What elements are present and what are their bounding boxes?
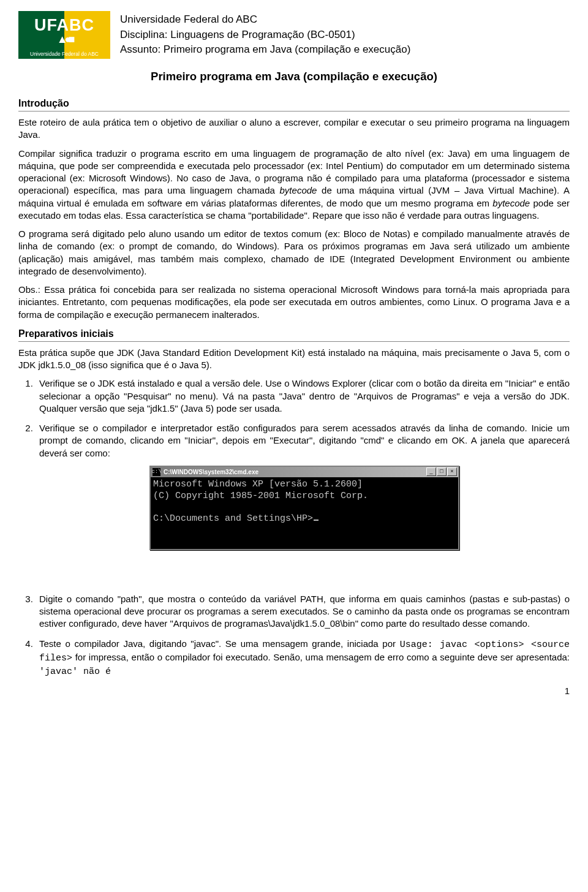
page-number: 1 (18, 686, 570, 696)
cmd-body: Microsoft Windows XP [versão 5.1.2600] (… (151, 477, 458, 549)
page-title: Primeiro programa em Java (compilação e … (18, 70, 570, 83)
prep-intro-paragraph: Esta prática supõe que JDK (Java Standar… (18, 347, 570, 372)
document-header: UFABC ▲●■ Universidade Federal do ABC Un… (18, 11, 570, 59)
prep-step-2: Verifique se o compilador e interpretado… (36, 422, 570, 550)
prep-step-4: Teste o compilador Java, digitando "java… (36, 638, 570, 679)
intro-paragraph-3: O programa será digitado pelo aluno usan… (18, 228, 570, 278)
cmd-icon: c:\ (152, 467, 161, 477)
term-bytecode: bytecode (280, 185, 317, 195)
cmd-line-2: (C) Copyright 1985-2001 Microsoft Corp. (153, 491, 368, 501)
header-line-university: Universidade Federal do ABC (120, 12, 410, 28)
cursor-icon (314, 520, 318, 521)
document-page: UFABC ▲●■ Universidade Federal do ABC Un… (0, 0, 588, 708)
intro-paragraph-2: Compilar significa traduzir o programa e… (18, 148, 570, 222)
ufabc-logo: UFABC ▲●■ Universidade Federal do ABC (18, 11, 110, 59)
term-bytecode: bytecode (492, 198, 530, 208)
code-error: 'javac' não é (39, 667, 111, 677)
section-heading-prep: Preparativos iniciais (18, 327, 570, 342)
cmd-prompt: C:\Documents and Settings\HP> (153, 513, 313, 524)
header-line-discipline: Disciplina: Linguagens de Programação (B… (120, 28, 410, 43)
cmd-title-text: C:\WINDOWS\system32\cmd.exe (164, 468, 426, 477)
logo-shapes-icon: ▲●■ (18, 33, 110, 46)
intro-paragraph-4: Obs.: Essa prática foi concebida para se… (18, 284, 570, 321)
intro-paragraph-1: Este roteiro de aula prática tem o objet… (18, 116, 570, 142)
prep-step-1: Verifique se o JDK está instalado e qual… (36, 377, 570, 415)
minimize-button[interactable]: _ (426, 467, 436, 476)
logo-main-text: UFABC (18, 16, 110, 35)
cmd-titlebar: c:\ C:\WINDOWS\system32\cmd.exe _ □ × (151, 467, 458, 477)
header-text-block: Universidade Federal do ABC Disciplina: … (120, 11, 410, 58)
close-button[interactable]: × (447, 467, 457, 476)
cmd-window: c:\ C:\WINDOWS\system32\cmd.exe _ □ × Mi… (149, 466, 459, 550)
cmd-screenshot-wrap: c:\ C:\WINDOWS\system32\cmd.exe _ □ × Mi… (39, 466, 570, 550)
logo-subtext: Universidade Federal do ABC (18, 51, 110, 57)
section-heading-intro: Introdução (18, 97, 570, 112)
cmd-window-buttons: _ □ × (426, 467, 457, 476)
prep-step-3: Digite o comando "path", que mostra o co… (36, 593, 570, 630)
prep-steps-list: Verifique se o JDK está instalado e qual… (18, 377, 570, 678)
cmd-line-1: Microsoft Windows XP [versão 5.1.2600] (153, 479, 363, 489)
maximize-button[interactable]: □ (437, 467, 447, 476)
header-line-subject: Assunto: Primeiro programa em Java (comp… (120, 42, 410, 58)
